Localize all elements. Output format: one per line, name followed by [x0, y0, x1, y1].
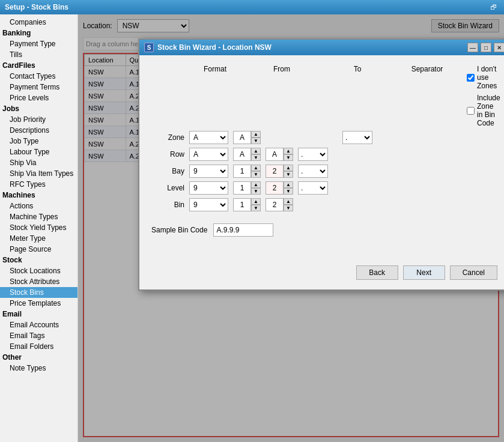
modal-restore-button[interactable]: □ [481, 43, 491, 52]
row-to-up[interactable]: ▲ [284, 148, 293, 154]
sidebar-item-note-types[interactable]: Note Types [0, 363, 77, 374]
row-to-input[interactable] [266, 148, 284, 161]
level-to-up[interactable]: ▲ [284, 181, 293, 188]
modal-body: Format From To Separator I don't use Zon… [139, 55, 504, 246]
level-separator-select[interactable]: .,- [298, 181, 328, 195]
back-button[interactable]: Back [356, 265, 398, 280]
zone-from-up[interactable]: ▲ [251, 131, 261, 138]
sidebar-item-meter-type[interactable]: Meter Type [0, 233, 77, 244]
bay-from-up[interactable]: ▲ [251, 165, 261, 171]
sidebar-item-ship-via[interactable]: Ship Via [0, 157, 77, 168]
bay-format-select[interactable]: 9A [189, 165, 228, 178]
level-from-up[interactable]: ▲ [251, 181, 261, 188]
modal-minimize-button[interactable]: — [467, 43, 478, 52]
level-from-down[interactable]: ▼ [251, 188, 261, 195]
sidebar-item-ship-via-item-types[interactable]: Ship Via Item Types [0, 168, 77, 179]
sidebar-group-cardfiles[interactable]: CardFiles [0, 60, 77, 71]
sidebar-item-job-priority[interactable]: Job Priority [0, 114, 77, 125]
modal-close-button[interactable]: ✕ [494, 43, 504, 52]
sidebar-item-labour-type[interactable]: Labour Type [0, 147, 77, 157]
no-zones-checkbox[interactable] [467, 74, 475, 82]
checkbox-area: I don't use Zones Include Zone in Bin Co… [461, 65, 500, 127]
level-to-down[interactable]: ▼ [284, 188, 293, 195]
sidebar-item-email-folders[interactable]: Email Folders [0, 341, 77, 352]
main-content: Companies Banking Payment Type Tills Car… [0, 14, 504, 442]
sidebar-item-job-type[interactable]: Job Type [0, 136, 77, 147]
row-from-input[interactable] [233, 148, 251, 161]
level-format-select[interactable]: 9A [189, 181, 228, 195]
row-from-up[interactable]: ▲ [251, 148, 261, 154]
sidebar-item-price-templates[interactable]: Price Templates [0, 298, 77, 309]
sample-bin-code-input[interactable] [213, 223, 273, 237]
row-from-down[interactable]: ▼ [251, 154, 261, 161]
modal-icon: S [144, 43, 154, 52]
bay-to-down[interactable]: ▼ [284, 171, 293, 178]
no-zones-checkbox-label[interactable]: I don't use Zones [467, 65, 500, 90]
sidebar-item-page-source[interactable]: Page Source [0, 244, 77, 255]
row-label: Row [151, 150, 184, 159]
bin-from-down[interactable]: ▼ [251, 205, 261, 211]
bin-format-select[interactable]: 9A [189, 198, 228, 211]
title-bar-controls: 🗗 [488, 3, 499, 11]
bin-to-input[interactable] [266, 198, 284, 211]
sidebar-item-descriptions[interactable]: Descriptions [0, 125, 77, 136]
sidebar-item-rfc-types[interactable]: RFC Types [0, 179, 77, 190]
sidebar-item-price-levels[interactable]: Price Levels [0, 92, 77, 103]
modal-title-bar: S Stock Bin Wizard - Location NSW — □ ✕ [139, 40, 504, 55]
sidebar-group-other[interactable]: Other [0, 352, 77, 363]
level-from-spinbtns: ▲ ▼ [251, 181, 261, 195]
zone-format-select[interactable]: A9 [189, 131, 228, 144]
window-title: Setup - Stock Bins [5, 3, 68, 11]
bay-to-input[interactable] [266, 165, 284, 178]
row-to-down[interactable]: ▼ [284, 154, 293, 161]
bin-label: Bin [151, 201, 184, 209]
zone-separator-select[interactable]: .,- [342, 131, 372, 144]
zone-from-spinbtns: ▲ ▼ [251, 131, 261, 144]
row-format-select[interactable]: A9 [189, 148, 228, 161]
sidebar-item-tills[interactable]: Tills [0, 49, 77, 60]
bay-separator-select[interactable]: .,- [298, 165, 328, 178]
level-to-input[interactable] [266, 181, 284, 195]
bin-to-down[interactable]: ▼ [284, 205, 293, 211]
bin-from-input[interactable] [233, 198, 251, 211]
zone-from-input[interactable] [233, 131, 251, 144]
bay-from-down[interactable]: ▼ [251, 171, 261, 178]
sidebar-item-payment-type[interactable]: Payment Type [0, 38, 77, 49]
bay-label: Bay [151, 167, 184, 175]
bin-to-up[interactable]: ▲ [284, 198, 293, 205]
sidebar-group-banking[interactable]: Banking [0, 28, 77, 38]
level-from-input[interactable] [233, 181, 251, 195]
sidebar-item-stock-bins[interactable]: Stock Bins [0, 287, 77, 298]
next-button[interactable]: Next [403, 265, 445, 280]
restore-button[interactable]: 🗗 [488, 3, 499, 11]
sidebar-group-email[interactable]: Email [0, 309, 77, 319]
modal-title-text: Stock Bin Wizard - Location NSW [157, 43, 272, 52]
cancel-button[interactable]: Cancel [450, 265, 497, 280]
zone-from-down[interactable]: ▼ [251, 138, 261, 144]
sidebar-group-machines[interactable]: Machines [0, 190, 77, 201]
sample-row: Sample Bin Code [151, 223, 497, 237]
bay-to-spinbtns: ▲ ▼ [284, 165, 293, 178]
bay-from-input[interactable] [233, 165, 251, 178]
sidebar-item-machine-types[interactable]: Machine Types [0, 211, 77, 222]
sidebar-item-stock-attributes[interactable]: Stock Attributes [0, 276, 77, 287]
sidebar-group-stock[interactable]: Stock [0, 255, 77, 265]
bin-from-up[interactable]: ▲ [251, 198, 261, 205]
sidebar-item-stock-locations[interactable]: Stock Locations [0, 265, 77, 276]
zone-label: Zone [151, 133, 184, 142]
include-zone-checkbox[interactable] [467, 107, 475, 115]
sidebar-item-contact-types[interactable]: Contact Types [0, 71, 77, 82]
sidebar-item-stock-yield-types[interactable]: Stock Yield Types [0, 222, 77, 233]
bay-to-up[interactable]: ▲ [284, 165, 293, 171]
sidebar-item-email-tags[interactable]: Email Tags [0, 330, 77, 341]
sidebar-group-jobs[interactable]: Jobs [0, 103, 77, 114]
sidebar-item-companies[interactable]: Companies [0, 17, 77, 28]
no-zones-label: I don't use Zones [477, 65, 500, 90]
include-zone-checkbox-label[interactable]: Include Zone in Bin Code [467, 94, 500, 127]
sidebar-item-payment-terms[interactable]: Payment Terms [0, 82, 77, 92]
stock-bin-wizard-modal: S Stock Bin Wizard - Location NSW — □ ✕ [138, 38, 504, 291]
sidebar-item-actions[interactable]: Actions [0, 201, 77, 211]
row-separator-select[interactable]: .,- [298, 148, 328, 161]
sidebar-item-email-accounts[interactable]: Email Accounts [0, 319, 77, 330]
bin-from-spinner: ▲ ▼ [233, 198, 261, 211]
